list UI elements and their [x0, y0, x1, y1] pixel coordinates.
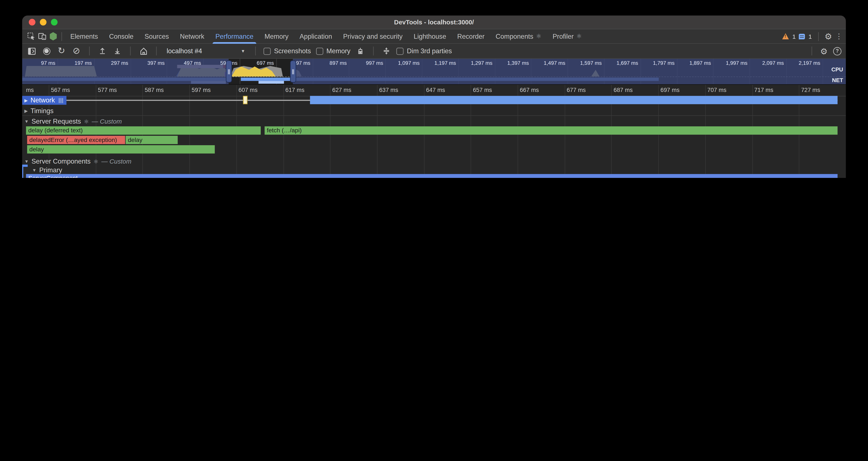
track-server-components-header[interactable]: ▼ Server Components ⚛ — Custom: [24, 157, 131, 165]
timeline-event-bar[interactable]: ServerComponent: [26, 174, 838, 178]
tab-privacy-and-security[interactable]: Privacy and security: [338, 29, 408, 43]
tab-components[interactable]: Components⚛: [490, 29, 547, 43]
disclosure-triangle-icon[interactable]: ▼: [24, 119, 29, 124]
tab-recorder[interactable]: Recorder: [452, 29, 490, 43]
timeline-event-bar[interactable]: delay: [27, 145, 215, 153]
disclosure-triangle-icon[interactable]: ▼: [24, 159, 29, 164]
record-icon[interactable]: [41, 46, 52, 56]
capture-settings-gear-icon[interactable]: ⚙: [820, 47, 828, 55]
timeline-event-bar[interactable]: delay: [126, 136, 177, 144]
track-primary-header[interactable]: ▼ Primary: [32, 166, 62, 174]
overview-tick-label: 1,497 ms: [544, 60, 567, 66]
tab-profiler[interactable]: Profiler⚛: [547, 29, 587, 43]
ruler-tick-label: 677 ms: [567, 86, 586, 93]
inspect-element-icon[interactable]: [25, 31, 36, 42]
history-select[interactable]: localhost #4 ▼: [164, 47, 248, 55]
custom-track-suffix: — Custom: [92, 118, 122, 125]
clear-icon[interactable]: ⊘: [71, 46, 82, 56]
tab-application[interactable]: Application: [294, 29, 338, 43]
tab-memory[interactable]: Memory: [259, 29, 294, 43]
collapse-sections-icon[interactable]: [381, 46, 392, 56]
kebab-menu-icon[interactable]: ⋮: [835, 32, 843, 40]
track-primary-label: Primary: [39, 166, 62, 174]
tab-label: Lighthouse: [414, 32, 446, 40]
node-icon[interactable]: [48, 31, 59, 42]
ruler-tick-label: 617 ms: [285, 86, 304, 93]
ruler-tick-label: 577 ms: [98, 86, 117, 93]
network-event-marker[interactable]: [243, 96, 248, 104]
issues-count: 1: [808, 33, 812, 39]
ruler-tick-label: 607 ms: [239, 86, 257, 93]
warning-icon[interactable]: [782, 33, 789, 39]
react-atom-icon: ⚛: [536, 33, 541, 40]
timeline-event-bar[interactable]: delayedError (…ayed exception): [27, 136, 125, 144]
devtools-tabbar: ElementsConsoleSourcesNetworkPerformance…: [22, 29, 846, 44]
tab-elements[interactable]: Elements: [65, 29, 103, 43]
overview-tick-label: 297 ms: [111, 60, 130, 66]
titlebar: DevTools - localhost:3000/: [22, 16, 846, 29]
divider: [130, 47, 131, 55]
overview-tick-label: 1,597 ms: [580, 60, 604, 66]
overview-tick-label: 1,297 ms: [471, 60, 495, 66]
home-icon[interactable]: [138, 46, 149, 56]
overview-tick-label: 1,897 ms: [689, 60, 713, 66]
window-title: DevTools - localhost:3000/: [22, 16, 846, 29]
tab-network[interactable]: Network: [175, 29, 210, 43]
tab-label: Memory: [265, 32, 288, 40]
reload-and-record-icon[interactable]: ↻: [56, 46, 66, 56]
ruler-tick-label: 567 ms: [51, 86, 70, 93]
track-network-label: Network: [31, 96, 55, 104]
ruler-tick-label: ms: [26, 86, 34, 93]
divider: [255, 47, 256, 55]
tab-lighthouse[interactable]: Lighthouse: [408, 29, 452, 43]
disclosure-triangle-icon[interactable]: ▶: [24, 98, 28, 103]
divider: [156, 47, 157, 55]
drag-handle-icon[interactable]: [59, 98, 63, 103]
track-server-requests-label: Server Requests: [32, 117, 81, 125]
overview-tick-label: 97 ms: [41, 60, 58, 66]
toggle-device-toolbar-icon[interactable]: [36, 31, 48, 42]
toggle-sidebar-icon[interactable]: [27, 46, 36, 56]
screenshots-checkbox[interactable]: [264, 48, 271, 55]
save-profile-icon[interactable]: [112, 46, 122, 56]
track-divider: [22, 115, 846, 116]
flame-chart[interactable]: ms567 ms577 ms587 ms597 ms607 ms617 ms62…: [22, 85, 846, 178]
load-profile-icon[interactable]: [97, 46, 107, 56]
screenshots-checkbox-item[interactable]: Screenshots: [264, 47, 311, 55]
overview-tick-label: 1,997 ms: [726, 60, 750, 66]
disclosure-triangle-icon[interactable]: ▼: [32, 168, 36, 173]
settings-gear-icon[interactable]: ⚙: [825, 32, 832, 40]
tab-performance[interactable]: Performance: [210, 29, 259, 43]
timeline-event-bar[interactable]: delay (deferred text): [26, 126, 261, 135]
divider: [818, 32, 819, 40]
divider: [811, 47, 812, 55]
memory-checkbox[interactable]: [316, 48, 323, 55]
selection-left-handle[interactable]: [226, 60, 232, 83]
overview-tick-label: 1,097 ms: [398, 60, 422, 66]
ruler-tick-label: 727 ms: [801, 86, 820, 93]
issues-icon[interactable]: [799, 34, 805, 39]
overview-tick-label: 2,097 ms: [762, 60, 786, 66]
selection-right-handle[interactable]: [290, 60, 296, 83]
tab-label: Sources: [145, 32, 169, 40]
timeline-overview[interactable]: 97 ms197 ms297 ms397 ms497 ms597 ms697 m…: [22, 59, 846, 85]
memory-checkbox-item[interactable]: Memory: [316, 47, 350, 55]
dim-3rd-parties-checkbox-item[interactable]: Dim 3rd parties: [396, 47, 452, 55]
timeline-event-bar[interactable]: fetch (…/api): [265, 126, 838, 135]
tab-console[interactable]: Console: [103, 29, 139, 43]
help-icon[interactable]: ?: [833, 47, 841, 55]
overview-tick-label: 1,697 ms: [617, 60, 641, 66]
disclosure-triangle-icon[interactable]: ▶: [24, 108, 28, 113]
timeline-event-bar[interactable]: [310, 96, 837, 104]
track-timings-header[interactable]: ▶ Timings: [24, 107, 54, 115]
garbage-collect-icon[interactable]: [355, 46, 366, 56]
overview-tick-label: 1,397 ms: [507, 60, 531, 66]
dim-3rd-parties-checkbox[interactable]: [396, 48, 404, 55]
track-network-header[interactable]: ▶ Network: [22, 96, 66, 105]
tab-label: Recorder: [457, 32, 485, 40]
ruler-tick-label: 647 ms: [426, 86, 445, 93]
track-server-requests-header[interactable]: ▼ Server Requests ⚛ — Custom: [24, 117, 122, 125]
tab-sources[interactable]: Sources: [139, 29, 175, 43]
tab-label: Network: [180, 32, 205, 40]
net-lane-label: NET: [832, 77, 843, 83]
